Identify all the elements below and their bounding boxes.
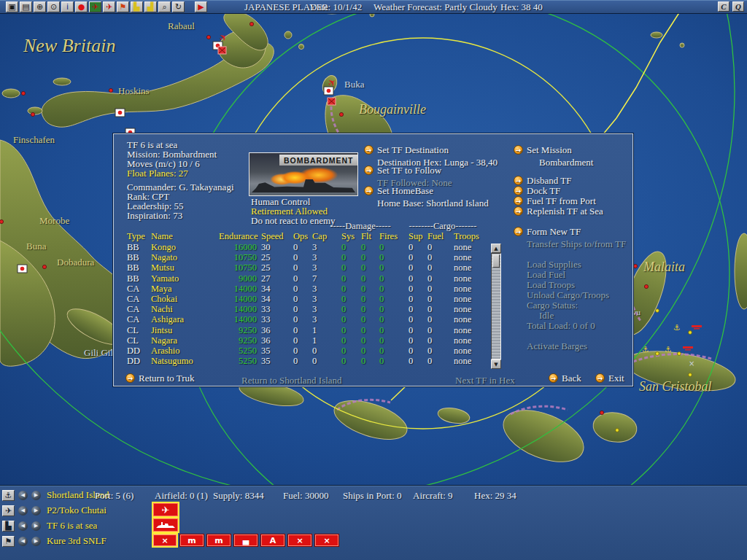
ship-row[interactable]: DDArashio5250350000000none (127, 346, 495, 356)
air-combat-button[interactable]: ✈ (89, 1, 101, 12)
prev-ground-unit-button[interactable]: ◀ (18, 537, 28, 546)
return-to-truk-button[interactable]: → Return to Truk (125, 373, 195, 383)
world-map-button[interactable]: ↻ (172, 1, 185, 12)
ship-row[interactable]: CANachi14000330300000none (127, 304, 495, 314)
ground-unit-counter-icon[interactable]: × (153, 534, 177, 546)
scrollbar-track[interactable] (491, 253, 501, 359)
set-homebase-button[interactable]: → Set HomeBase (364, 186, 433, 195)
scrollbar-thumb[interactable] (492, 254, 500, 268)
prev-air-group-button[interactable]: ◀ (18, 506, 28, 516)
ship-silhouette-icon (155, 521, 176, 529)
ship-row[interactable]: CAMaya14000340300000none (127, 284, 495, 294)
next-air-group-button[interactable]: ▶ (31, 506, 41, 516)
back-button[interactable]: → Back (549, 373, 581, 383)
ship-row[interactable]: BBYamato9000270700000none (127, 273, 495, 284)
ship-row[interactable]: BBNagato10750250300000none (127, 252, 495, 262)
tf-float-planes: Float Planes: 27 (127, 168, 188, 178)
set-mission-button[interactable]: → Set Mission (514, 145, 572, 155)
ship-cell: 0 (361, 284, 379, 294)
ship-cell: 0 (293, 242, 312, 252)
ship-cell: 0 (361, 346, 379, 356)
next-ground-unit-button[interactable]: ▶ (31, 537, 41, 546)
replenish-tf-button[interactable]: → Replenish TF at Sea (514, 206, 603, 216)
ship-row[interactable]: BBMutsu10750250300000none (127, 262, 495, 273)
ship-cell: 9250 (219, 325, 261, 335)
air-unit-button[interactable]: ✈ (103, 1, 115, 12)
combat-report-button[interactable]: C (718, 1, 729, 12)
prev-base-button[interactable]: ◀ (18, 491, 28, 500)
ship-row[interactable]: BBKongo16000300300000none (127, 242, 495, 252)
scroll-up-icon[interactable]: ▲ (491, 244, 501, 253)
ship-cell: 0 (379, 335, 409, 346)
port-stat: Port: 5 (6) (95, 490, 133, 502)
ship-row[interactable]: CLJintsu9250360100000none (127, 325, 495, 335)
continue-icon: ▶ (198, 3, 204, 11)
ground-unit-row: ⚑ ◀ ▶ Kure 3rd SNLF (0, 534, 107, 548)
continue-button[interactable]: ▶ (195, 1, 207, 12)
ship-cell: 3 (312, 294, 341, 304)
air-unit-counter-icon[interactable]: ✈ (153, 503, 178, 516)
ground-unit-flag-icon[interactable]: ⚑ (2, 536, 15, 547)
save-button[interactable]: ▣ (6, 1, 18, 12)
ship-cell: 34 (261, 294, 293, 304)
svg-text:⚓: ⚓ (673, 323, 681, 332)
ship-cell: 0 (341, 356, 361, 366)
japan-flag-button[interactable]: ● (75, 1, 88, 12)
prev-tf-button[interactable]: ◀ (18, 521, 28, 531)
ground-unit-counter-icon[interactable]: m (180, 534, 204, 546)
tf-counter-icon[interactable] (153, 518, 178, 532)
ship-row[interactable]: DDNatsugumo5250350000000none (127, 356, 495, 366)
flag-button[interactable]: ⚑ (117, 1, 129, 12)
ship-row[interactable]: CAChokai14000340300000none (127, 294, 495, 304)
zoom-out-button[interactable]: ⊙ (47, 1, 60, 12)
ship-cell: 0 (293, 273, 312, 284)
task-force-icon[interactable]: ▙ (2, 521, 15, 532)
next-base-button[interactable]: ▶ (31, 491, 41, 500)
set-destination-button[interactable]: → Set TF Destination (364, 145, 449, 155)
tf-link[interactable]: TF 6 is at sea (47, 520, 97, 532)
set-follow-button[interactable]: → Set TF to Follow (364, 166, 441, 175)
zoom-in-button[interactable]: ⊕ (34, 1, 46, 12)
report-button[interactable]: ▤ (20, 1, 32, 12)
ship-table-scrollbar[interactable]: ▲ ▼ (491, 244, 501, 369)
japan-flag-icon: ● (78, 3, 85, 11)
ship-row[interactable]: CLNagara9250360100000none (127, 335, 495, 346)
search-button[interactable]: ⌕ (158, 1, 171, 12)
hex-stat: Hex: 29 34 (474, 490, 516, 502)
ship-row[interactable]: CAAshigara14000330300000none (127, 314, 495, 324)
air-group-link[interactable]: P2/Toko Chutai (47, 505, 107, 516)
form-new-tf-button[interactable]: → Form New TF (514, 227, 581, 236)
ship-cell: DD (127, 346, 151, 356)
ground-unit-counter-icon[interactable]: A (261, 534, 285, 546)
ship-cell: 0 (293, 294, 312, 304)
ground-unit-link[interactable]: Kure 3rd SNLF (47, 535, 107, 547)
ship-cell: none (454, 284, 492, 294)
ship-cell: 0 (427, 325, 454, 335)
quit-button[interactable]: Q (732, 1, 744, 12)
ship-cell: 0 (361, 262, 379, 273)
ground-unit-counter-icon[interactable]: × (315, 534, 338, 546)
ship-cell: 36 (261, 335, 293, 346)
ground-unit-counter-icon[interactable]: ▄ (234, 534, 258, 546)
ground-unit-counter-icon[interactable]: × (288, 534, 311, 546)
unit-symbol: m (187, 537, 196, 545)
task-force-button[interactable]: ▟ (144, 1, 157, 12)
ship-button[interactable]: ▙ (131, 1, 143, 12)
ground-unit-counter-icon[interactable]: m (207, 534, 231, 546)
ship-cell: Nagara (151, 335, 219, 346)
supply-stat: Supply: 8344 (213, 490, 264, 502)
disband-tf-button[interactable]: → Disband TF (514, 176, 572, 185)
flag-icon: ⚑ (120, 3, 127, 11)
scroll-down-icon[interactable]: ▼ (491, 359, 501, 369)
ship-cell: 0 (341, 273, 361, 284)
exit-button[interactable]: → Exit (595, 373, 624, 383)
dock-tf-button[interactable]: → Dock TF (514, 186, 560, 195)
info-button[interactable]: i (61, 1, 74, 12)
column-header: Ops (293, 231, 312, 241)
anchor-icon[interactable]: ⚓ (2, 490, 15, 501)
fuel-tf-button[interactable]: → Fuel TF from Port (514, 196, 596, 206)
air-group-icon[interactable]: ✈ (2, 505, 15, 516)
airfield-stat: Airfield: 0 (1) (155, 490, 208, 502)
next-tf-button[interactable]: ▶ (31, 521, 41, 531)
arrow-icon: → (514, 186, 523, 195)
